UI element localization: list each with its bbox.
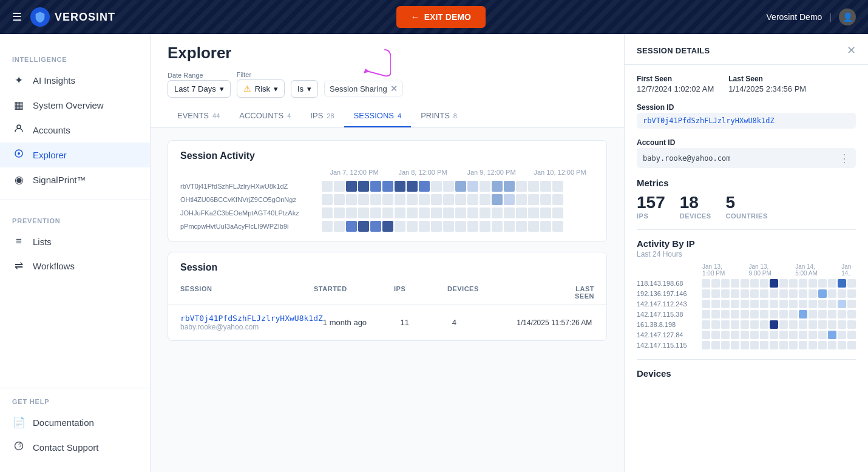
last-seen-cell: 1/14/2025 11:57:26 AM — [517, 319, 594, 327]
time-label-3: Jan 10, 12:00 PM — [526, 169, 594, 176]
avatar[interactable]: 👤 — [839, 8, 856, 25]
table-row[interactable]: rbVT0j41PfdSzhFLJzlryHXwU8k1dZ baby.rook… — [168, 305, 606, 340]
activity-cell — [322, 221, 333, 232]
sidebar-divider-1 — [0, 200, 150, 200]
sidebar-item-workflows[interactable]: ⇌ Workflows — [0, 254, 150, 278]
ip-cell — [702, 300, 710, 308]
ip-cell — [809, 289, 817, 298]
ai-insights-icon: ✦ — [12, 74, 25, 87]
sidebar-item-accounts[interactable]: Accounts — [0, 118, 150, 143]
ip-cell — [838, 341, 846, 349]
tab-accounts-count: 4 — [287, 112, 291, 120]
activity-cell — [419, 181, 430, 192]
ip-cell — [828, 341, 836, 349]
ip-rows: 118.143.198.68192.136.197.146142.147.112… — [637, 279, 856, 349]
ip-cell — [799, 341, 807, 349]
activity-cell — [370, 221, 381, 232]
close-panel-button[interactable]: ✕ — [847, 44, 856, 57]
ip-cell — [702, 310, 710, 319]
ip-label: 118.143.198.68 — [637, 280, 698, 287]
activity-cell — [540, 194, 551, 205]
ip-cell — [731, 310, 739, 319]
activity-row: JOHJuFKa2C3bEOeMptAGT40LPtzAkz — [180, 207, 594, 218]
activity-rows: rbVT0j41PfdSzhFLJzlryHXwU8k1dZOHtl4ZU06B… — [180, 181, 594, 232]
session-activity-title: Session Activity — [168, 141, 606, 169]
sidebar-item-signalprint[interactable]: ◉ SignalPrint™ — [0, 167, 150, 192]
menu-icon[interactable]: ☰ — [12, 10, 22, 24]
ip-cell — [721, 289, 730, 298]
filter-value: Risk — [255, 84, 270, 93]
sidebar-item-ai-insights[interactable]: ✦ AI Insights — [0, 68, 150, 93]
ip-cell — [721, 300, 730, 308]
activity-cells — [322, 221, 563, 232]
activity-cell — [334, 194, 345, 205]
tab-sessions[interactable]: SESSIONS 4 — [344, 105, 412, 127]
exit-demo-button[interactable]: ← EXIT DEMO — [396, 6, 486, 28]
activity-cell — [431, 181, 442, 192]
ip-row: 118.143.198.68 — [637, 279, 856, 288]
filter-select[interactable]: ⚠ Risk ▾ — [237, 79, 285, 98]
metric-value: 157 — [637, 193, 665, 212]
svg-text:?: ? — [18, 443, 22, 450]
date-range-filter-group: Date Range Last 7 Days ▾ — [168, 72, 231, 98]
abyip-time-2: Jan 14, 5:00 AM — [795, 263, 827, 277]
ip-cell — [847, 320, 856, 329]
activity-cell — [516, 181, 527, 192]
activity-cell — [504, 221, 515, 232]
activity-row-label: rbVT0j41PfdSzhFLJzlryHXwU8k1dZ — [180, 183, 317, 190]
ip-cell — [847, 300, 856, 308]
svg-point-2 — [18, 152, 20, 155]
ip-cell — [731, 331, 739, 339]
activity-cell — [443, 221, 454, 232]
activity-cell — [395, 181, 405, 192]
tab-accounts[interactable]: ACCOUNTS 4 — [229, 105, 300, 127]
ip-cell — [760, 341, 768, 349]
sidebar-item-label-contact-support: Contact Support — [33, 442, 98, 453]
tab-ips[interactable]: IPS 28 — [300, 105, 344, 127]
ip-cell — [731, 300, 739, 308]
tab-prints[interactable]: PRINTS 8 — [411, 105, 467, 127]
date-range-select[interactable]: Last 7 Days ▾ — [168, 80, 231, 98]
operator-select[interactable]: Is ▾ — [291, 80, 318, 98]
sidebar-item-contact-support[interactable]: ? Contact Support — [0, 435, 150, 460]
ip-cell — [828, 289, 836, 298]
col-started: STARTED — [314, 285, 394, 300]
sidebar-section-prevention: PREVENTION ≡ Lists ⇌ Workflows — [0, 207, 150, 278]
ip-cell — [721, 279, 730, 288]
ips-cell: 11 — [401, 318, 452, 327]
remove-tag-button[interactable]: ✕ — [390, 84, 398, 93]
ip-cell — [779, 310, 788, 319]
sidebar-item-lists[interactable]: ≡ Lists — [0, 229, 150, 254]
ip-cell — [741, 279, 749, 288]
chevron-down-icon: ▾ — [220, 84, 224, 93]
ip-cell — [711, 279, 720, 288]
seen-dates-row: First Seen 12/7/2024 1:02:02 AM Last See… — [637, 75, 856, 93]
sidebar-item-label-ai-insights: AI Insights — [33, 75, 75, 86]
activity-cell — [370, 194, 381, 205]
ip-cell — [741, 320, 749, 329]
session-id-cell: rbVT0j41PfdSzhFLJzlryHXwU8k1dZ — [180, 314, 323, 323]
sidebar-item-documentation[interactable]: 📄 Documentation — [0, 410, 150, 435]
activity-cell — [528, 194, 539, 205]
ip-cell — [721, 320, 730, 329]
activity-cell — [382, 221, 393, 232]
ip-cell — [702, 331, 710, 339]
session-sharing-tag[interactable]: Session Sharing ✕ — [324, 81, 403, 96]
session-table-title: Session — [168, 252, 606, 280]
ip-cell — [789, 320, 798, 329]
main-content: Explorer Date Range Last 7 Days ▾ Filter… — [151, 34, 624, 472]
sidebar-item-explorer[interactable]: Explorer — [0, 143, 150, 167]
account-options-button[interactable]: ⋮ — [839, 152, 850, 164]
metric-value: 18 — [680, 193, 699, 212]
sidebar-item-label-workflows: Workflows — [33, 261, 75, 271]
activity-cell — [492, 181, 503, 192]
tab-events[interactable]: EVENTS 44 — [168, 105, 229, 127]
activity-cell — [322, 194, 333, 205]
activity-cells — [322, 207, 563, 218]
activity-cell — [407, 207, 418, 218]
ip-cell — [702, 289, 710, 298]
sidebar-item-system-overview[interactable]: ▦ System Overview — [0, 93, 150, 118]
activity-time-labels: Jan 7, 12:00 PM Jan 8, 12:00 PM Jan 9, 1… — [180, 169, 594, 176]
activity-cell — [492, 207, 503, 218]
ip-cell — [847, 331, 856, 339]
